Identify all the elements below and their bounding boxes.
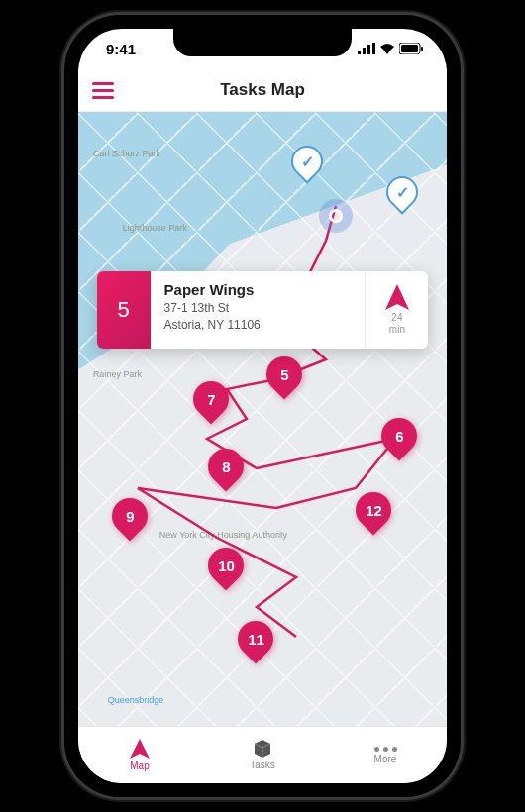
completed-pin[interactable]: ✓	[291, 146, 323, 185]
menu-button[interactable]	[92, 78, 114, 103]
nav-map[interactable]: Map	[78, 727, 201, 783]
wifi-icon	[379, 43, 395, 54]
task-info-card[interactable]: 5 Paper Wings 37-1 13th St Astoria, NY 1…	[97, 271, 429, 349]
status-icons	[358, 43, 423, 54]
map-pin-7[interactable]: 7	[193, 381, 229, 425]
task-address-line1: 37-1 13th St	[164, 300, 352, 317]
map-nav-icon	[130, 739, 150, 759]
header: Tasks Map	[78, 68, 447, 112]
current-location-dot	[329, 209, 343, 223]
completed-pin[interactable]: ✓	[386, 176, 418, 216]
task-number: 5	[97, 271, 151, 349]
map-label: Queensbridge	[108, 695, 164, 705]
map-pin-12[interactable]: 12	[356, 492, 391, 536]
check-icon: ✓	[396, 183, 409, 202]
map-pin-5[interactable]: 5	[266, 356, 302, 400]
map[interactable]: Carl Schurz Park Lighthouse Park Rainey …	[78, 112, 447, 726]
nav-more[interactable]: More	[324, 727, 447, 783]
check-icon: ✓	[300, 152, 313, 171]
battery-icon	[399, 43, 423, 54]
svg-rect-2	[368, 45, 370, 54]
signal-icon	[358, 43, 375, 54]
bottom-nav: Map Tasks More	[78, 726, 447, 783]
map-label: Carl Schurz Park	[93, 149, 160, 158]
map-label: Lighthouse Park	[123, 223, 187, 233]
tasks-icon	[253, 740, 272, 758]
map-pin-6[interactable]: 6	[381, 418, 417, 461]
map-label: New York City Housing Authority	[159, 530, 287, 540]
svg-rect-5	[401, 45, 418, 52]
more-icon	[374, 747, 397, 752]
nav-tasks[interactable]: Tasks	[201, 727, 324, 783]
map-pin-11[interactable]: 11	[238, 621, 273, 664]
svg-rect-0	[358, 51, 361, 54]
status-time: 9:41	[106, 41, 136, 57]
navigation-arrow-icon	[385, 284, 409, 310]
task-address-line2: Astoria, NY 11106	[164, 317, 352, 334]
svg-rect-1	[363, 48, 366, 54]
map-label: Rainey Park	[93, 369, 142, 379]
page-title: Tasks Map	[220, 80, 305, 100]
navigate-button[interactable]: 24 min	[365, 271, 428, 349]
map-pin-9[interactable]: 9	[112, 498, 148, 542]
task-details: Paper Wings 37-1 13th St Astoria, NY 111…	[151, 271, 366, 349]
svg-rect-3	[372, 43, 375, 54]
eta-unit: min	[389, 324, 405, 335]
eta-value: 24	[391, 312, 402, 323]
task-name: Paper Wings	[164, 281, 352, 298]
map-pin-8[interactable]: 8	[208, 449, 244, 492]
map-pin-10[interactable]: 10	[208, 548, 244, 591]
svg-rect-6	[421, 47, 423, 51]
